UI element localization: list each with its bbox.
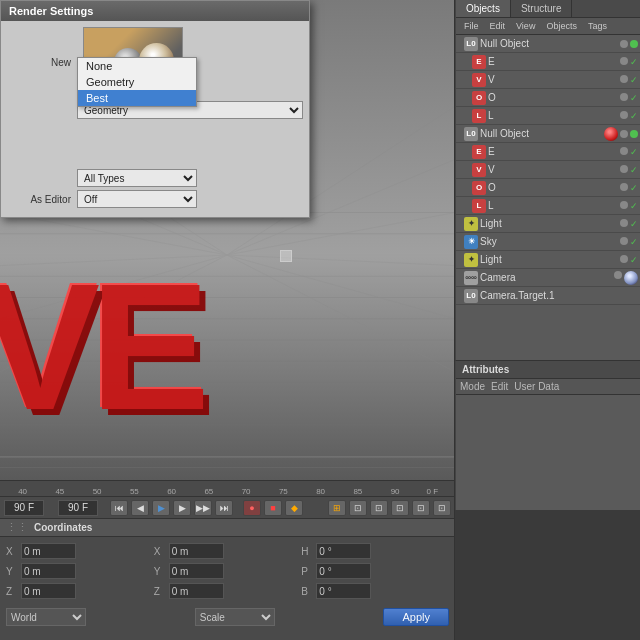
obj-label: Camera <box>480 272 612 283</box>
z-size-input[interactable] <box>169 583 224 599</box>
p-rot-cell: P <box>301 561 449 581</box>
snap-button[interactable]: ⊞ <box>328 500 346 516</box>
dropdown-item-best[interactable]: Best <box>78 90 196 106</box>
attr-userdata-tab[interactable]: User Data <box>514 381 559 392</box>
list-item[interactable]: L0 Camera.Target.1 <box>456 287 640 305</box>
list-item[interactable]: L L ✓ <box>456 107 640 125</box>
view-menu[interactable]: View <box>512 20 539 32</box>
scale-select[interactable]: Scale <box>195 608 275 626</box>
obj-label: E <box>488 56 618 67</box>
keyframe-button[interactable]: ◆ <box>285 500 303 516</box>
timeline-ruler[interactable]: 40 45 50 55 60 65 70 75 80 85 90 0 F <box>0 480 455 496</box>
world-select[interactable]: World <box>6 608 86 626</box>
render-button[interactable]: ⊡ <box>412 500 430 516</box>
b-rot-cell: B <box>301 581 449 601</box>
h-label: H <box>301 546 313 557</box>
check-icon: ✓ <box>630 57 638 67</box>
obj-label: Null Object <box>480 38 618 49</box>
extra-button[interactable]: ⊡ <box>433 500 451 516</box>
y-pos-input[interactable] <box>21 563 76 579</box>
objects-list: L0 Null Object E E ✓ V V ✓ <box>456 35 640 340</box>
tags-menu[interactable]: Tags <box>584 20 611 32</box>
list-item[interactable]: E E ✓ <box>456 53 640 71</box>
panel-tabs: Objects Structure <box>456 0 640 18</box>
apply-button[interactable]: Apply <box>383 608 449 626</box>
p-input[interactable] <box>316 563 371 579</box>
b-input[interactable] <box>316 583 371 599</box>
tab-objects[interactable]: Objects <box>456 0 511 17</box>
check-icon: ✓ <box>630 93 638 103</box>
frame-current-field[interactable] <box>4 500 44 516</box>
tab-structure[interactable]: Structure <box>511 0 573 17</box>
o-icon2: O <box>472 181 486 195</box>
next-frame-button[interactable]: ▶▶ <box>194 500 212 516</box>
mark-60: 60 <box>153 487 190 496</box>
check-icon: ✓ <box>630 183 638 193</box>
x-size-cell: X <box>154 541 302 561</box>
filter-select[interactable]: All Types <box>77 169 197 187</box>
z-pos-cell: Z <box>6 581 154 601</box>
y-size-cell: Y <box>154 561 302 581</box>
filter-row: All Types <box>7 169 303 187</box>
attr-edit-tab[interactable]: Edit <box>491 381 508 392</box>
dot1 <box>620 201 628 209</box>
editor-label: As Editor <box>7 194 77 205</box>
play-forward-button[interactable]: ▶ <box>173 500 191 516</box>
edit-menu[interactable]: Edit <box>486 20 510 32</box>
list-item[interactable]: O O ✓ <box>456 179 640 197</box>
file-menu[interactable]: File <box>460 20 483 32</box>
list-item[interactable]: O O ✓ <box>456 89 640 107</box>
z-pos-label: Z <box>6 586 18 597</box>
list-item[interactable]: ✦ Light ✓ <box>456 251 640 269</box>
sky-icon: ☀ <box>464 235 478 249</box>
list-item[interactable]: L L ✓ <box>456 197 640 215</box>
prev-frame-button[interactable]: ◀ <box>131 500 149 516</box>
list-item[interactable]: L0 Null Object <box>456 35 640 53</box>
dot1 <box>620 255 628 263</box>
o-icon: O <box>472 91 486 105</box>
z-pos-input[interactable] <box>21 583 76 599</box>
e-icon2: E <box>472 145 486 159</box>
check-icon: ✓ <box>630 147 638 157</box>
check-icon: ✓ <box>630 237 638 247</box>
attr-toolbar: Mode Edit User Data <box>456 379 640 395</box>
editor-select[interactable]: Off <box>77 190 197 208</box>
list-item[interactable]: ☀ Sky ✓ <box>456 233 640 251</box>
v-icon: V <box>472 73 486 87</box>
obj-status: ✓ <box>620 93 638 103</box>
render-settings-dialog: Render Settings New Geometry None Geomet… <box>0 0 310 218</box>
attr-mode-tab[interactable]: Mode <box>460 381 485 392</box>
go-end-button[interactable]: ⏭ <box>215 500 233 516</box>
frame-end-field[interactable] <box>58 500 98 516</box>
transport-bar: ⏮ ◀ ▶ ▶ ▶▶ ⏭ ● ■ ◆ ⊞ ⊡ ⊡ ⊡ ⊡ ⊡ <box>0 496 455 518</box>
obj-label: O <box>488 92 618 103</box>
list-item[interactable]: V V ✓ <box>456 161 640 179</box>
layer-button[interactable]: ⊡ <box>391 500 409 516</box>
obj-label: V <box>488 74 618 85</box>
3d-text-ve: VE <box>0 243 200 450</box>
motion-button[interactable]: ⊡ <box>349 500 367 516</box>
dot1 <box>620 147 628 155</box>
light-icon2: ✦ <box>464 253 478 267</box>
svg-line-9 <box>227 255 455 266</box>
obj-status <box>614 271 638 285</box>
go-start-button[interactable]: ⏮ <box>110 500 128 516</box>
anim-button[interactable]: ⊡ <box>370 500 388 516</box>
stop-button[interactable]: ■ <box>264 500 282 516</box>
h-input[interactable] <box>316 543 371 559</box>
list-item[interactable]: E E ✓ <box>456 143 640 161</box>
list-item[interactable]: V V ✓ <box>456 71 640 89</box>
x-pos-input[interactable] <box>21 543 76 559</box>
dropdown-item-none[interactable]: None <box>78 58 196 74</box>
list-item[interactable]: L0 Null Object <box>456 125 640 143</box>
play-back-button[interactable]: ▶ <box>152 500 170 516</box>
dropdown-item-geometry[interactable]: Geometry <box>78 74 196 90</box>
x-size-input[interactable] <box>169 543 224 559</box>
objects-menu[interactable]: Objects <box>542 20 581 32</box>
y-size-input[interactable] <box>169 563 224 579</box>
list-item[interactable]: ∞∞ Camera <box>456 269 640 287</box>
list-item[interactable]: ✦ Light ✓ <box>456 215 640 233</box>
obj-label: Light <box>480 218 618 229</box>
coords-title-text: Coordinates <box>34 522 92 533</box>
record-button[interactable]: ● <box>243 500 261 516</box>
